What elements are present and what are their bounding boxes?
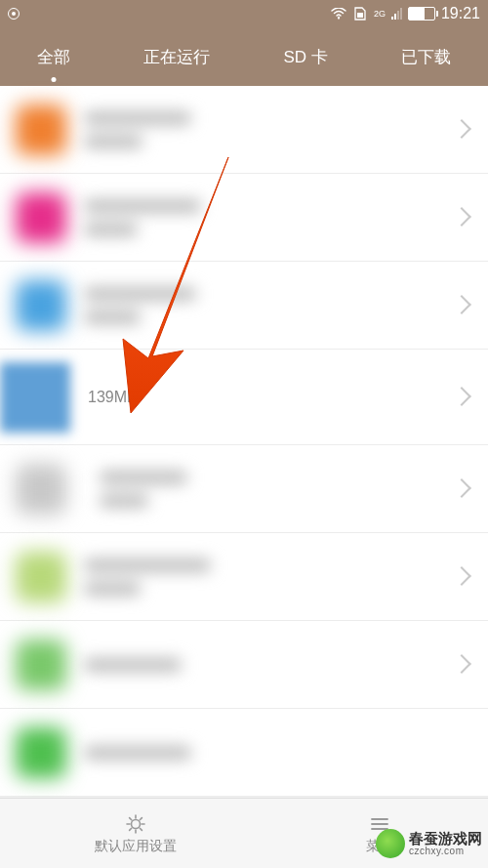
chevron-right-icon — [455, 210, 470, 226]
tab-all[interactable]: 全部 — [33, 40, 74, 74]
bottom-left-label: 默认应用设置 — [95, 838, 177, 855]
list-item[interactable] — [0, 86, 488, 174]
tab-downloaded[interactable]: 已下载 — [397, 40, 455, 74]
app-list: 139MB — [0, 86, 488, 797]
chevron-right-icon — [455, 298, 470, 313]
app-icon — [16, 552, 66, 602]
app-size-label: 139MB — [88, 389, 138, 406]
chevron-right-icon — [455, 390, 470, 405]
app-icon — [16, 640, 66, 690]
list-item[interactable] — [0, 533, 488, 621]
signal-icon — [391, 8, 402, 20]
sim-icon — [352, 7, 368, 21]
watermark-logo-icon — [376, 829, 405, 858]
chevron-right-icon — [455, 481, 470, 497]
tab-running[interactable]: 正在运行 — [140, 40, 214, 74]
gear-icon — [124, 812, 147, 836]
list-item[interactable] — [0, 445, 488, 533]
svg-point-2 — [132, 819, 141, 828]
svg-point-0 — [338, 17, 340, 19]
default-app-settings-button[interactable]: 默认应用设置 — [95, 812, 177, 855]
app-icon — [16, 727, 66, 778]
chevron-right-icon — [455, 122, 470, 138]
app-icon — [16, 192, 66, 243]
network-type-badge: 2G — [374, 10, 386, 19]
tab-sdcard[interactable]: SD 卡 — [280, 40, 332, 74]
svg-rect-1 — [357, 13, 363, 18]
app-icon — [16, 280, 66, 331]
status-bar: 2G 19:21 — [0, 0, 488, 27]
battery-icon — [408, 7, 435, 21]
wifi-icon — [331, 8, 346, 20]
chevron-right-icon — [455, 657, 470, 673]
app-icon — [0, 362, 70, 433]
status-indicator-icon — [8, 8, 20, 20]
app-icon — [16, 464, 66, 515]
clock: 19:21 — [441, 5, 480, 22]
list-item[interactable] — [0, 709, 488, 797]
list-item[interactable] — [0, 174, 488, 262]
tab-bar: 全部 正在运行 SD 卡 已下载 — [0, 27, 488, 86]
chevron-right-icon — [455, 569, 470, 585]
watermark-title: 春蚕游戏网 — [409, 831, 482, 847]
watermark: 春蚕游戏网 czchxy.com — [376, 829, 482, 858]
list-item[interactable] — [0, 262, 488, 350]
watermark-url: czchxy.com — [409, 847, 482, 857]
app-icon — [16, 104, 66, 155]
list-item[interactable] — [0, 621, 488, 709]
list-item[interactable]: 139MB — [0, 350, 488, 445]
